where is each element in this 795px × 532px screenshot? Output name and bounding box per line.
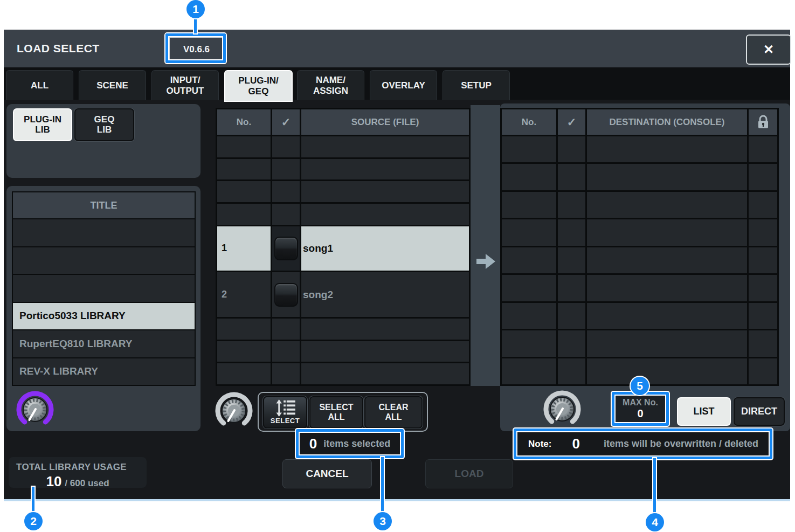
note-text: items will be overwritten / deleted xyxy=(604,438,758,450)
destination-scroll-knob[interactable] xyxy=(542,389,582,429)
callout-1: 1 xyxy=(186,0,205,18)
destination-col-name: DESTINATION (CONSOLE) xyxy=(587,109,747,135)
close-button[interactable]: ✕ xyxy=(746,34,791,65)
table-row[interactable] xyxy=(502,219,777,245)
library-list-item[interactable]: Portico5033 LIBRARY xyxy=(13,303,195,330)
load-button[interactable]: LOAD xyxy=(425,459,513,488)
library-list-item[interactable] xyxy=(13,219,195,246)
row-name-cell xyxy=(301,136,469,157)
destination-col-no: No. xyxy=(502,109,556,135)
list-mode-button[interactable]: LIST xyxy=(677,397,731,426)
row-checkbox[interactable] xyxy=(274,283,298,307)
library-type-panel: PLUG-IN LIB GEQ LIB xyxy=(6,104,201,178)
row-number-cell xyxy=(217,363,271,384)
select-all-label: SELECT ALL xyxy=(319,403,353,422)
row-check-cell xyxy=(272,204,300,225)
library-list-item[interactable]: RupertEQ810 LIBRARY xyxy=(13,330,195,357)
tab-plug-in-geq[interactable]: PLUG-IN/ GEQ xyxy=(224,70,293,102)
library-list-item[interactable] xyxy=(13,247,195,274)
table-row[interactable] xyxy=(217,136,469,157)
row-number-cell xyxy=(217,204,271,225)
table-row[interactable] xyxy=(502,303,777,329)
row-number-cell xyxy=(217,319,271,340)
callout-4: 4 xyxy=(646,513,664,531)
destination-table-body xyxy=(502,136,777,384)
source-col-no: No. xyxy=(217,109,271,135)
table-row[interactable] xyxy=(217,341,469,362)
tab-name-assign[interactable]: NAME/ ASSIGN xyxy=(297,70,364,100)
tab-label: SCENE xyxy=(96,80,128,91)
destination-table-header: No. ✓ DESTINATION (CONSOLE) xyxy=(502,109,777,135)
table-row[interactable] xyxy=(502,275,777,301)
row-lock-cell xyxy=(749,164,777,190)
table-row[interactable]: 1song1 xyxy=(217,226,469,271)
row-name-cell xyxy=(587,358,747,384)
row-number-cell xyxy=(502,164,556,190)
clear-all-label: CLEAR ALL xyxy=(378,403,408,422)
lock-icon xyxy=(749,109,777,135)
tab-geq-lib[interactable]: GEQ LIB xyxy=(74,108,134,141)
tab-setup[interactable]: SETUP xyxy=(443,70,510,100)
source-scroll-knob[interactable] xyxy=(214,391,254,431)
callout-line-3 xyxy=(381,457,384,514)
table-row[interactable]: 2song2 xyxy=(217,272,469,317)
tab-plugin-lib[interactable]: PLUG-IN LIB xyxy=(13,108,72,141)
select-all-button[interactable]: SELECT ALL xyxy=(309,396,363,429)
row-number-cell xyxy=(502,247,556,273)
items-selected-label: items selected xyxy=(323,438,390,450)
tab-plugin-lib-label: PLUG-IN LIB xyxy=(24,115,61,135)
tab-input-output[interactable]: INPUT/ OUTPUT xyxy=(151,70,219,100)
table-row[interactable] xyxy=(502,192,777,218)
source-table-body: 1song12song2 xyxy=(217,136,469,384)
library-scroll-knob[interactable] xyxy=(15,390,55,430)
cancel-button[interactable]: CANCEL xyxy=(282,459,372,488)
callout-2: 2 xyxy=(24,512,43,530)
max-no-indicator: MAX No. 0 xyxy=(612,392,669,426)
row-lock-cell xyxy=(749,303,777,329)
tab-geq-lib-label: GEQ LIB xyxy=(94,115,115,135)
table-row[interactable] xyxy=(502,247,777,273)
row-number-cell xyxy=(502,136,556,162)
source-table-header: No. ✓ SOURCE (FILE) xyxy=(217,109,469,135)
row-name-cell xyxy=(301,341,469,362)
source-select-group: SELECT SELECT ALL CLEAR ALL xyxy=(258,392,428,432)
tab-scene[interactable]: SCENE xyxy=(79,70,146,100)
table-row[interactable] xyxy=(217,159,469,180)
library-list-item[interactable]: REV-X LIBRARY xyxy=(13,358,195,385)
row-check-cell xyxy=(272,136,300,157)
table-row[interactable] xyxy=(217,319,469,340)
table-row[interactable] xyxy=(217,363,469,384)
load-label: LOAD xyxy=(455,468,484,480)
table-row[interactable] xyxy=(502,136,777,162)
usage-label: TOTAL LIBRARY USAGE xyxy=(16,462,147,473)
callout-line-4 xyxy=(653,458,656,515)
callout-line-1 xyxy=(194,17,197,33)
row-lock-cell xyxy=(749,247,777,273)
row-checkbox[interactable] xyxy=(274,237,298,260)
tab-label: NAME/ ASSIGN xyxy=(313,75,348,95)
table-row[interactable] xyxy=(217,204,469,225)
row-check-cell xyxy=(272,159,300,180)
table-row[interactable] xyxy=(217,181,469,202)
row-check-cell xyxy=(558,303,585,329)
row-check-cell xyxy=(558,219,585,245)
row-name-cell: song2 xyxy=(301,272,469,317)
cancel-label: CANCEL xyxy=(306,468,348,480)
overwrite-note: Note: 0 items will be overwritten / dele… xyxy=(514,429,772,459)
table-row[interactable] xyxy=(502,330,777,356)
sort-select-button[interactable]: SELECT xyxy=(263,396,307,429)
row-check-cell xyxy=(272,319,300,340)
row-name-cell: song1 xyxy=(301,226,469,271)
clear-all-button[interactable]: CLEAR ALL xyxy=(364,396,423,429)
row-check-cell xyxy=(558,275,585,301)
library-list-item[interactable] xyxy=(13,275,195,302)
tab-all[interactable]: ALL xyxy=(6,70,73,100)
callout-3: 3 xyxy=(374,512,392,530)
tab-overlay[interactable]: OVERLAY xyxy=(370,70,437,100)
table-row[interactable] xyxy=(502,164,777,190)
library-title: REV-X LIBRARY xyxy=(19,365,98,377)
row-number-cell: 1 xyxy=(217,226,271,271)
row-lock-cell xyxy=(749,136,777,162)
callout-line-2 xyxy=(32,487,34,514)
direct-mode-button[interactable]: DIRECT xyxy=(734,397,785,426)
